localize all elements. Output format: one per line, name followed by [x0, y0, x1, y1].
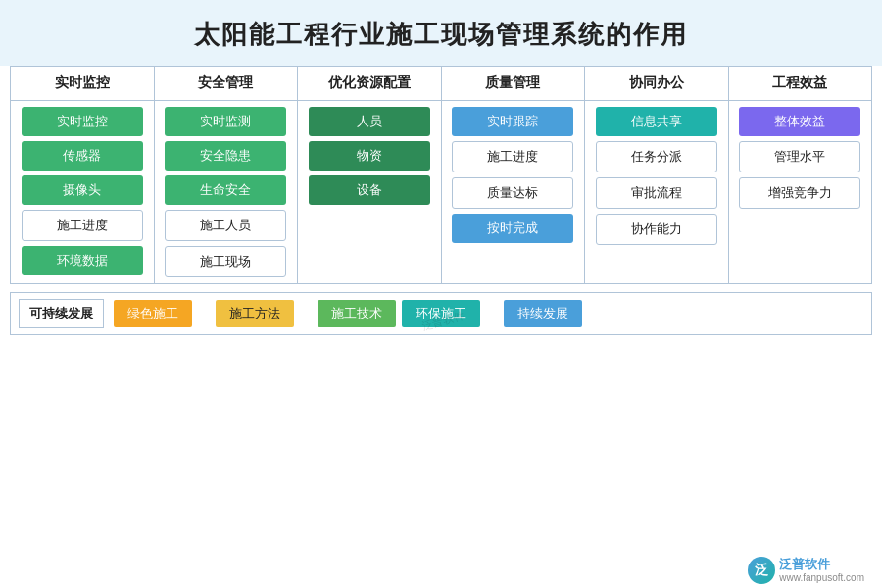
- brand-name: 泛普软件: [779, 557, 864, 572]
- brand-icon: 泛: [748, 557, 775, 584]
- list-item: 生命安全: [165, 175, 286, 205]
- list-item: 传感器: [22, 141, 143, 171]
- tag-item: 环保施工: [402, 300, 480, 327]
- header-col-6: 工程效益: [729, 67, 872, 100]
- list-item: 任务分派: [596, 141, 717, 172]
- list-item: 信息共享: [596, 107, 717, 136]
- column-3: 人员 物资 设备: [298, 101, 442, 283]
- list-item: 审批流程: [596, 177, 717, 209]
- list-item: 摄像头: [22, 175, 143, 205]
- tag-item: 施工方法: [216, 300, 294, 327]
- list-item: 人员: [309, 107, 430, 136]
- brand-url: www.fanpusoft.com: [779, 572, 864, 584]
- columns-area: 实时监控 传感器 摄像头 施工进度 环境数据 实时监测 安全隐患 生命安全 施工…: [11, 101, 871, 283]
- bottom-tags: 绿色施工 施工方法 施工技术 环保施工 持续发展: [114, 300, 582, 327]
- header-col-4: 质量管理: [442, 67, 586, 100]
- list-item: 施工人员: [165, 210, 286, 241]
- list-item: 施工进度: [452, 141, 573, 172]
- list-item: 物资: [309, 141, 430, 171]
- list-item: 协作能力: [596, 214, 717, 245]
- list-item: 实时监控: [22, 107, 143, 136]
- footer-logo: 泛 泛普软件 www.fanpusoft.com: [748, 557, 864, 584]
- list-item: 质量达标: [452, 177, 573, 209]
- list-item: 实时监测: [165, 107, 286, 136]
- list-item: 整体效益: [739, 107, 860, 136]
- column-6: 整体效益 管理水平 增强竞争力: [729, 101, 872, 283]
- tag-item: 施工技术: [318, 300, 396, 327]
- column-5: 信息共享 任务分派 审批流程 协作能力: [585, 101, 729, 283]
- list-item: 环境数据: [22, 246, 143, 275]
- footer-text: 泛普软件 www.fanpusoft.com: [779, 557, 864, 584]
- list-item: 设备: [309, 175, 430, 205]
- list-item: 增强竞争力: [739, 177, 860, 209]
- header-row: 实时监控 安全管理 优化资源配置 质量管理 协同办公 工程效益: [11, 67, 871, 101]
- column-4: 实时跟踪 施工进度 质量达标 按时完成: [442, 101, 586, 283]
- page-title: 太阳能工程行业施工现场管理系统的作用: [194, 20, 688, 49]
- list-item: 施工进度: [22, 210, 143, 241]
- list-item: 实时跟踪: [452, 107, 573, 136]
- list-item: 按时完成: [452, 214, 573, 243]
- column-1: 实时监控 传感器 摄像头 施工进度 环境数据: [11, 101, 155, 283]
- bottom-label: 可持续发展: [19, 299, 104, 328]
- main-table: 实时监控 安全管理 优化资源配置 质量管理 协同办公 工程效益 实时监控 传感器…: [10, 66, 872, 284]
- bottom-section: 可持续发展 绿色施工 施工方法 施工技术 环保施工 持续发展: [10, 292, 872, 335]
- list-item: 管理水平: [739, 141, 860, 172]
- column-2: 实时监测 安全隐患 生命安全 施工人员 施工现场: [155, 101, 299, 283]
- list-item: 安全隐患: [165, 141, 286, 171]
- title-area: 太阳能工程行业施工现场管理系统的作用: [0, 0, 882, 66]
- tag-item: 持续发展: [504, 300, 582, 327]
- tag-item: 绿色施工: [114, 300, 192, 327]
- header-col-3: 优化资源配置: [298, 67, 442, 100]
- header-col-5: 协同办公: [585, 67, 729, 100]
- list-item: 施工现场: [165, 246, 286, 277]
- header-col-2: 安全管理: [155, 67, 299, 100]
- footer: 泛 泛普软件 www.fanpusoft.com: [0, 551, 882, 588]
- header-col-1: 实时监控: [11, 67, 155, 100]
